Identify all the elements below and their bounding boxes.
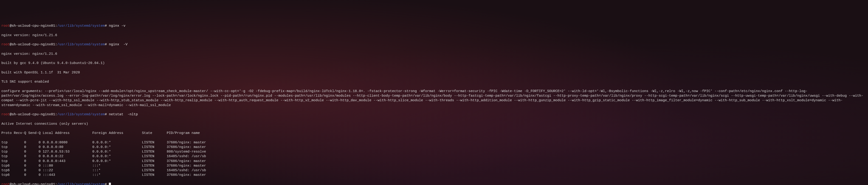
output-line: built by gcc 9.4.0 (Ubuntu 9.4.0-1ubuntu… [1, 61, 867, 65]
command-text: nginx -v [109, 24, 125, 28]
table-row: tcp 0 0 0.0.0.0:443 0.0.0.0:* LISTEN 376… [1, 159, 867, 164]
prompt-line[interactable]: root@sh-ucloud-cpu-nginx01:/usr/lib/syst… [1, 182, 867, 185]
table-row: tcp 0 0 0.0.0.0:80 0.0.0.0:* LISTEN 3768… [1, 145, 867, 150]
prompt-user: root [1, 24, 10, 28]
cursor[interactable] [109, 183, 111, 185]
table-row: tcp6 0 0 :::443 :::* LISTEN 37686/nginx:… [1, 173, 867, 178]
table-row: tcp 0 0 0.0.0.0:8080 0.0.0.0:* LISTEN 37… [1, 140, 867, 145]
prompt-line: root@sh-ucloud-cpu-nginx01:/usr/lib/syst… [1, 24, 867, 28]
output-line: nginx version: nginx/1.21.6 [1, 52, 867, 56]
command-text: nginx -V [109, 43, 127, 47]
prompt-line: root@sh-ucloud-cpu-nginx01:/usr/lib/syst… [1, 112, 867, 117]
table-row: tcp6 0 0 :::80 :::* LISTEN 37686/nginx: … [1, 164, 867, 168]
terminal-output[interactable]: root@sh-ucloud-cpu-nginx01:/usr/lib/syst… [1, 19, 867, 185]
prompt-host: sh-ucloud-cpu-nginx01 [12, 24, 55, 28]
table-row: tcp6 0 0 :::22 :::* LISTEN 16485/sshd: /… [1, 168, 867, 173]
output-line: TLS SNI support enabled [1, 80, 867, 84]
prompt-path: /usr/lib/systemd/system [57, 24, 105, 28]
netstat-columns: Proto Recv-Q Send-Q Local Address Foreig… [1, 131, 867, 135]
command-text: netstat -nltp [109, 112, 138, 116]
prompt-line: root@sh-ucloud-cpu-nginx01:/usr/lib/syst… [1, 42, 867, 47]
table-row: tcp 0 0 127.0.0.53:53 0.0.0.0:* LISTEN 8… [1, 150, 867, 154]
netstat-table-body: tcp 0 0 0.0.0.0:8080 0.0.0.0:* LISTEN 37… [1, 140, 867, 178]
output-line: built with OpenSSL 1.1.1f 31 Mar 2020 [1, 71, 867, 75]
output-line: nginx version: nginx/1.21.6 [1, 33, 867, 38]
output-configure-args: configure arguments: --prefix=/usr/local… [1, 89, 865, 108]
netstat-header: Active Internet connections (only server… [1, 122, 867, 126]
table-row: tcp 0 0 0.0.0.0:22 0.0.0.0:* LISTEN 1648… [1, 154, 867, 159]
